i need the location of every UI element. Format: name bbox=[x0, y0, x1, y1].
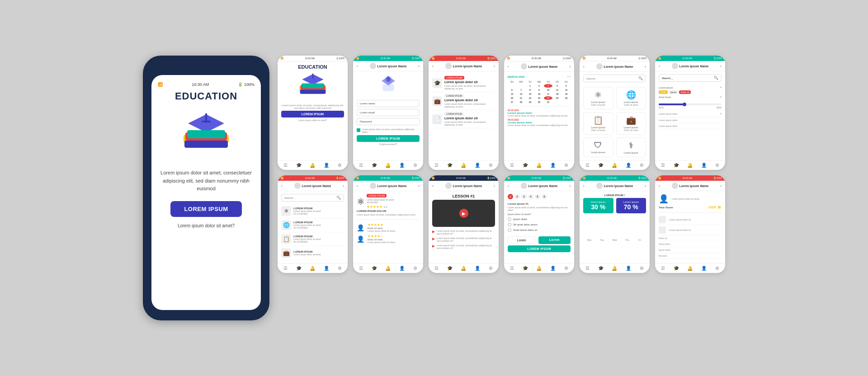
step-4[interactable]: 4 bbox=[528, 194, 533, 199]
s4-back[interactable]: ‹ bbox=[508, 65, 509, 69]
s11-bnav-settings[interactable]: ⚙ bbox=[640, 266, 644, 271]
s6-bnav-bell[interactable]: 🔔 bbox=[687, 163, 693, 168]
cal-date[interactable] bbox=[562, 100, 571, 104]
cal-date[interactable]: 5 bbox=[562, 84, 571, 88]
cal-date[interactable]: 22 bbox=[526, 96, 534, 100]
s4-cal-next[interactable]: › bbox=[569, 75, 571, 79]
bnav-home-icon[interactable]: ☰ bbox=[283, 163, 288, 168]
s12-list5[interactable]: Ipsum dolor bbox=[659, 247, 722, 253]
s3-item1[interactable]: 🎓 LOREM IPSUM! Lorem ipsum dolor sit Lor… bbox=[432, 74, 495, 92]
cal-date[interactable]: 23 bbox=[535, 96, 543, 100]
cal-date[interactable]: 27 bbox=[508, 100, 516, 104]
s9-back[interactable]: ‹ bbox=[432, 184, 434, 188]
s9-bnav-book[interactable]: 🎓 bbox=[447, 266, 453, 271]
s12-bnav-home[interactable]: ☰ bbox=[661, 266, 665, 271]
cal-date-highlight[interactable]: 24 bbox=[544, 96, 552, 100]
s3-bnav-settings[interactable]: ⚙ bbox=[489, 163, 493, 168]
s9-bnav-bell[interactable]: 🔔 bbox=[461, 266, 466, 271]
cal-date[interactable]: 13 bbox=[508, 92, 516, 96]
s5-icon-doc[interactable]: 📋 Lorem ipsum Dolor sit amet bbox=[583, 112, 613, 135]
s12-fwd[interactable]: › bbox=[720, 184, 722, 188]
s3-item2[interactable]: 💼 LOREM IPSUM Lorem ipsum dolor sit Lore… bbox=[432, 92, 495, 110]
s9-video-player[interactable]: ▶ bbox=[432, 200, 495, 227]
s8-bnav-settings[interactable]: ⚙ bbox=[413, 266, 417, 271]
s5-bnav-home[interactable]: ☰ bbox=[585, 163, 590, 168]
s8-bnav-user[interactable]: 👤 bbox=[399, 266, 405, 271]
cal-date[interactable]: 19 bbox=[562, 92, 571, 96]
step-2[interactable]: 2 bbox=[514, 194, 520, 199]
s1-link[interactable]: Lorem ipsum dolor sit amet? bbox=[281, 119, 344, 122]
cal-date[interactable] bbox=[508, 84, 516, 88]
cal-date[interactable] bbox=[517, 84, 525, 88]
cal-date[interactable]: 14 bbox=[517, 92, 525, 96]
s11-bnav-home[interactable]: ☰ bbox=[585, 266, 590, 271]
s11-fwd[interactable]: › bbox=[645, 184, 646, 188]
cal-date[interactable]: 12 bbox=[562, 88, 571, 92]
step-6[interactable]: 6 bbox=[542, 194, 547, 199]
cal-date[interactable]: 28 bbox=[517, 100, 525, 104]
s7-bnav-user[interactable]: 👤 bbox=[324, 266, 329, 271]
cal-date[interactable]: 11 bbox=[553, 88, 561, 92]
s5-search-input[interactable] bbox=[586, 77, 638, 80]
s2-checkbox[interactable] bbox=[357, 128, 360, 132]
s3-back[interactable]: ‹ bbox=[432, 64, 434, 68]
s6-list1[interactable]: Lorem ipsum dolor › bbox=[659, 110, 722, 118]
s3-bnav-user[interactable]: 👤 bbox=[475, 163, 480, 168]
s5-icon-shield[interactable]: 🛡 Lorem ipsum bbox=[583, 137, 613, 157]
s6-list2[interactable]: Lorem ipsum dolor bbox=[659, 118, 722, 123]
s4-bnav-book[interactable]: 🎓 bbox=[523, 163, 528, 168]
cal-date[interactable]: 7 bbox=[517, 88, 525, 92]
s10-prev-button[interactable]: Lorem bbox=[508, 236, 536, 244]
s2-name-input[interactable]: Lorem name bbox=[357, 100, 420, 107]
bnav-bell-icon[interactable]: 🔔 bbox=[310, 163, 315, 168]
cal-date[interactable]: 29 bbox=[526, 100, 534, 104]
cal-date[interactable]: 18 bbox=[553, 92, 561, 96]
s5-search-bar[interactable]: 🔍 bbox=[583, 75, 646, 82]
s6-list3[interactable]: Lorem ipsum dolor bbox=[659, 123, 722, 129]
step-3[interactable]: 3 bbox=[521, 194, 527, 199]
s12-list3[interactable]: Dolor sit bbox=[659, 235, 722, 241]
s6-bnav-settings[interactable]: ⚙ bbox=[715, 163, 719, 168]
s6-slider-thumb[interactable] bbox=[683, 103, 686, 106]
s5-bnav-bell[interactable]: 🔔 bbox=[612, 163, 617, 168]
s10-option1[interactable]: Ipsum dolot bbox=[508, 216, 571, 222]
s2-login-button[interactable]: LOREM IPSUM bbox=[357, 135, 420, 142]
s3-item3[interactable]: 📄 LOREM IPSUM Lorem ipsum dolor sit Lore… bbox=[432, 110, 495, 128]
s5-back[interactable]: ‹ bbox=[583, 65, 585, 69]
s6-filter-arrow[interactable]: › bbox=[720, 85, 722, 89]
s6-tag-dolorsit[interactable]: Dolor sit bbox=[679, 90, 691, 94]
s8-back[interactable]: ‹ bbox=[357, 184, 358, 188]
s10-radio1[interactable] bbox=[508, 217, 511, 221]
s6-search-bar[interactable]: 🔍 bbox=[659, 74, 722, 82]
step-1[interactable]: 1 bbox=[508, 194, 513, 199]
s8-bnav-home[interactable]: ☰ bbox=[359, 266, 363, 271]
s4-bnav-home[interactable]: ☰ bbox=[510, 163, 514, 168]
s6-fwd[interactable]: › bbox=[720, 64, 722, 68]
cal-date[interactable]: 26 bbox=[562, 96, 571, 100]
cal-date[interactable]: 1 bbox=[526, 84, 534, 88]
big-phone-link[interactable]: Lorem ipsum dolor sit amet? bbox=[178, 223, 235, 228]
s4-fwd[interactable]: › bbox=[569, 65, 571, 69]
s2-forgot-link[interactable]: Forgot password? bbox=[357, 143, 420, 146]
cal-date[interactable]: 16 bbox=[535, 92, 543, 96]
s3-bnav-book[interactable]: 🎓 bbox=[447, 163, 453, 168]
s7-fwd[interactable]: › bbox=[343, 184, 344, 188]
s4-bnav-user[interactable]: 👤 bbox=[550, 163, 556, 168]
s12-bnav-bell[interactable]: 🔔 bbox=[687, 266, 693, 271]
s10-option3[interactable]: Amet lorem dolor sit bbox=[508, 227, 571, 233]
s2-bnav-home[interactable]: ☰ bbox=[359, 163, 363, 168]
s12-back[interactable]: ‹ bbox=[659, 184, 660, 188]
s8-bnav-bell[interactable]: 🔔 bbox=[385, 266, 391, 271]
s9-fwd[interactable]: › bbox=[494, 184, 495, 188]
s9-bnav-settings[interactable]: ⚙ bbox=[489, 266, 493, 271]
s2-bnav-book[interactable]: 🎓 bbox=[372, 163, 377, 168]
s11-back[interactable]: ‹ bbox=[583, 184, 585, 188]
s12-list2[interactable]: Lorem ipsum dolor sit bbox=[659, 225, 722, 235]
s6-slider-track[interactable] bbox=[659, 103, 722, 105]
bnav-settings-icon[interactable]: ⚙ bbox=[338, 163, 342, 168]
cal-date[interactable]: 25 bbox=[553, 96, 561, 100]
step-5[interactable]: 5 bbox=[535, 194, 540, 199]
cal-date[interactable]: 31 bbox=[544, 100, 552, 104]
s10-bnav-home[interactable]: ☰ bbox=[510, 266, 514, 271]
s10-option2[interactable]: Sit amet dolor lorem bbox=[508, 222, 571, 227]
